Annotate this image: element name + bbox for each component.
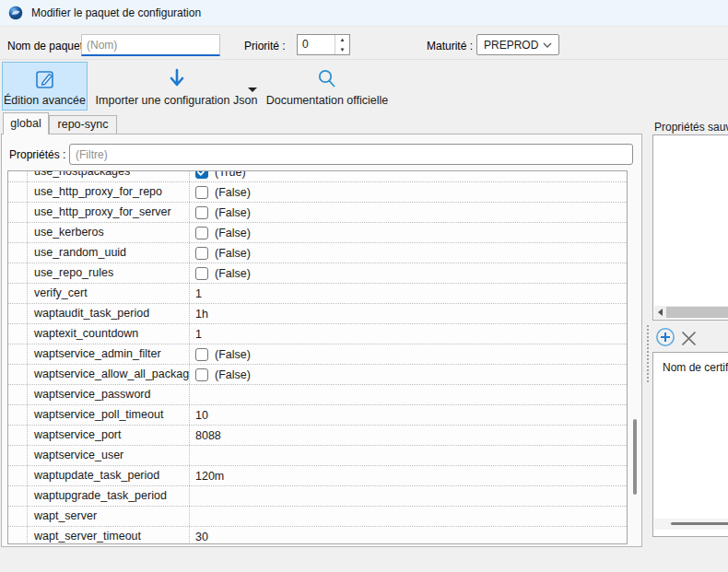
property-value-text: (True): [215, 170, 246, 179]
checkbox-unchecked-icon[interactable]: [195, 247, 208, 260]
scrollbar-thumb[interactable]: [666, 307, 728, 318]
property-name-cell: waptservice_poll_timeout: [28, 405, 190, 425]
property-name-cell: use_http_proxy_for_repo: [28, 182, 190, 202]
table-row[interactable]: use_repo_rules(False): [8, 263, 627, 284]
property-grid-vertical-scrollbar[interactable]: [628, 171, 640, 543]
checkbox-unchecked-icon[interactable]: [195, 368, 208, 381]
toolbar-grip: [647, 325, 649, 382]
property-name-cell: waptservice_user: [28, 446, 190, 465]
table-row[interactable]: wapt_server: [8, 507, 627, 527]
row-indicator-cell: [8, 182, 28, 202]
table-row[interactable]: waptservice_poll_timeout10: [8, 405, 627, 426]
property-value-cell[interactable]: 120m: [190, 466, 627, 485]
advanced-edit-button[interactable]: Édition avancée: [2, 62, 88, 111]
maturity-select[interactable]: PREPROD: [476, 34, 559, 55]
tab-repo-sync[interactable]: repo-sync: [49, 115, 117, 134]
checkbox-unchecked-icon[interactable]: [195, 267, 208, 280]
table-row[interactable]: waptaudit_task_period1h: [8, 304, 627, 324]
table-row[interactable]: waptservice_user: [8, 446, 627, 466]
table-row[interactable]: waptexit_countdown1: [8, 324, 627, 344]
search-icon: [316, 67, 338, 91]
property-value-cell[interactable]: (False): [190, 344, 627, 364]
property-value-cell[interactable]: [190, 507, 627, 526]
add-certificate-button[interactable]: [655, 327, 675, 347]
property-value-cell[interactable]: (False): [190, 203, 627, 222]
tab-global[interactable]: global: [3, 112, 49, 134]
maturity-value: PREPROD: [484, 39, 538, 52]
priority-spin-buttons[interactable]: ▲ ▼: [335, 35, 349, 54]
row-indicator-cell: [8, 527, 28, 544]
property-name-cell: use_http_proxy_for_server: [28, 203, 190, 222]
import-json-button[interactable]: Importer une configuration Json: [88, 62, 264, 111]
row-indicator-cell: [8, 385, 28, 404]
table-row[interactable]: wapt_server_timeout30: [8, 527, 627, 544]
package-name-input[interactable]: [81, 34, 220, 56]
checkbox-unchecked-icon[interactable]: [195, 206, 208, 219]
properties-filter-input[interactable]: [69, 144, 633, 165]
scrollbar-thumb[interactable]: [633, 419, 637, 495]
table-row[interactable]: use_hostpackages(True): [8, 170, 627, 182]
property-value-cell[interactable]: [190, 446, 627, 465]
property-value-cell[interactable]: (False): [190, 365, 627, 384]
table-row[interactable]: waptservice_password: [8, 385, 627, 405]
scrollbar-thumb[interactable]: [671, 522, 728, 525]
property-value-cell[interactable]: 1: [190, 324, 627, 344]
property-grid[interactable]: use_hostpackages(True)use_http_proxy_for…: [7, 170, 628, 544]
spin-down-icon[interactable]: ▼: [335, 45, 349, 55]
row-indicator-cell: [8, 304, 28, 323]
property-value-cell[interactable]: (True): [190, 170, 627, 181]
certificates-grid[interactable]: Nom de certifi: [652, 352, 728, 537]
remove-certificate-button[interactable]: [680, 330, 697, 346]
checkbox-unchecked-icon[interactable]: [195, 227, 208, 239]
table-row[interactable]: waptupdate_task_period120m: [8, 466, 627, 486]
table-row[interactable]: use_http_proxy_for_repo(False): [8, 182, 627, 203]
priority-value: 0: [298, 35, 335, 54]
property-value-text: (False): [215, 247, 251, 260]
row-indicator-cell: [8, 243, 28, 263]
certificates-hscrollbar[interactable]: [654, 519, 728, 530]
table-row[interactable]: use_kerberos(False): [8, 223, 627, 243]
property-name-cell: wapt_server: [28, 507, 190, 526]
property-value-cell[interactable]: 1h: [190, 304, 627, 323]
official-doc-button[interactable]: Documentation officielle: [265, 62, 389, 111]
table-row[interactable]: use_http_proxy_for_server(False): [8, 203, 627, 223]
property-value-cell[interactable]: (False): [190, 243, 627, 263]
property-name-cell: waptservice_password: [28, 385, 190, 404]
package-name-label: Nom de paquet :: [7, 40, 89, 53]
saved-properties-listbox[interactable]: [652, 134, 728, 321]
property-value-cell[interactable]: 8088: [190, 426, 627, 445]
title-bar: Modifier le paquet de configuration: [0, 0, 728, 27]
spin-up-icon[interactable]: ▲: [335, 35, 349, 45]
table-row[interactable]: use_random_uuid(False): [8, 243, 627, 263]
property-value-cell[interactable]: (False): [190, 182, 627, 202]
property-value-cell[interactable]: [190, 385, 627, 404]
import-json-dropdown-icon[interactable]: [248, 88, 257, 92]
property-value-cell[interactable]: 10: [190, 405, 627, 425]
property-name-cell: use_repo_rules: [28, 263, 190, 283]
property-value-cell[interactable]: (False): [190, 223, 627, 242]
checkbox-unchecked-icon[interactable]: [195, 348, 208, 361]
checkbox-checked-icon[interactable]: [195, 170, 208, 179]
import-json-label: Importer une configuration Json: [96, 94, 258, 107]
table-row[interactable]: verify_cert1: [8, 284, 627, 304]
property-value-cell[interactable]: 30: [190, 527, 627, 544]
scroll-left-icon[interactable]: [654, 306, 666, 319]
property-value-text: 10: [195, 409, 208, 422]
property-value-cell[interactable]: [190, 486, 627, 506]
property-name-cell: waptservice_allow_all_packages: [28, 365, 190, 384]
table-row[interactable]: waptservice_port8088: [8, 426, 627, 446]
download-arrow-icon: [167, 67, 187, 91]
row-indicator-cell: [8, 170, 28, 181]
table-row[interactable]: waptservice_allow_all_packages(False): [8, 365, 627, 385]
table-row[interactable]: waptservice_admin_filter(False): [8, 344, 627, 365]
property-value-cell[interactable]: 1: [190, 284, 627, 303]
property-name-cell: waptupdate_task_period: [28, 466, 190, 485]
saved-properties-hscrollbar[interactable]: [654, 306, 728, 319]
certificate-name-header: Nom de certifi: [653, 353, 728, 374]
property-value-cell[interactable]: (False): [190, 263, 627, 283]
priority-stepper[interactable]: 0 ▲ ▼: [297, 34, 350, 55]
row-indicator-cell: [8, 466, 28, 485]
table-row[interactable]: waptupgrade_task_period: [8, 486, 627, 507]
plus-icon: [655, 327, 675, 347]
checkbox-unchecked-icon[interactable]: [195, 186, 208, 199]
